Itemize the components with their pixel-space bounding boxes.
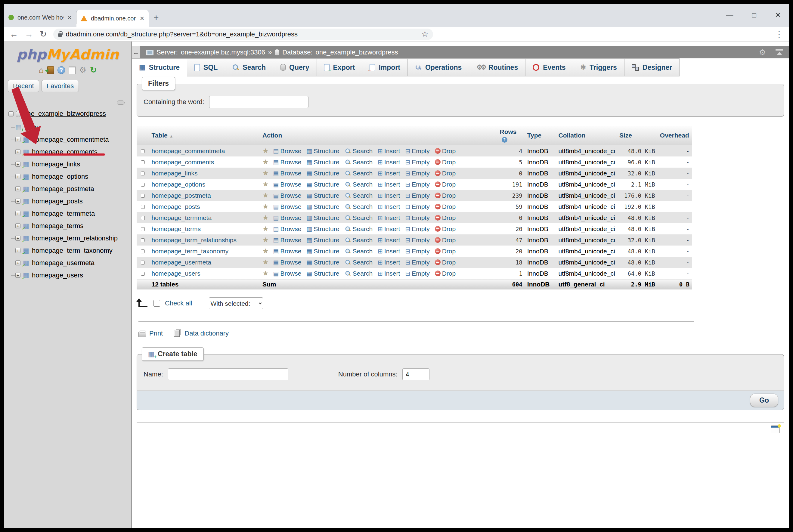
table-name-link[interactable]: homepage_term_relationships xyxy=(152,236,237,243)
sidebar-table-item[interactable]: + ▦✓ homepage_comments xyxy=(11,146,131,158)
sidebar-table-link[interactable]: homepage_termmeta xyxy=(32,210,95,217)
tab-structure[interactable]: ▦ Structure xyxy=(132,58,187,76)
tab-close-icon[interactable]: ✕ xyxy=(67,14,72,21)
insert-link[interactable]: ⊞Insert xyxy=(378,225,400,233)
maximize-icon[interactable]: □ xyxy=(752,11,756,19)
check-all-checkbox[interactable] xyxy=(153,300,160,307)
favorite-star-icon[interactable]: ★ xyxy=(262,180,269,188)
sidebar-table-item[interactable]: + ▦✓ homepage_usermeta xyxy=(11,257,131,269)
empty-link[interactable]: ⊟Empty xyxy=(405,259,430,266)
size[interactable]: 32.0 KiB xyxy=(617,234,658,246)
insert-link[interactable]: ⊞Insert xyxy=(378,181,400,188)
favorite-star-icon[interactable]: ★ xyxy=(262,258,269,266)
drop-link[interactable]: Drop xyxy=(435,248,456,255)
insert-link[interactable]: ⊞Insert xyxy=(378,192,400,199)
table-name-link[interactable]: homepage_postmeta xyxy=(152,192,211,199)
size[interactable]: 192.0 KiB xyxy=(617,201,658,212)
empty-link[interactable]: ⊟Empty xyxy=(405,158,430,166)
favorite-star-icon[interactable]: ★ xyxy=(262,203,269,211)
row-checkbox[interactable] xyxy=(141,160,145,164)
table-name-link[interactable]: homepage_comments xyxy=(152,158,214,166)
browse-link[interactable]: ▤Browse xyxy=(273,181,302,188)
tab-search[interactable]: Search xyxy=(225,58,273,76)
search-link[interactable]: Search xyxy=(345,170,373,177)
minimize-icon[interactable]: — xyxy=(726,11,733,19)
sidebar-table-link[interactable]: homepage_terms xyxy=(32,222,83,230)
drop-link[interactable]: Drop xyxy=(435,270,456,277)
size[interactable]: 48.0 KiB xyxy=(617,257,658,268)
insert-link[interactable]: ⊞Insert xyxy=(378,259,400,266)
empty-link[interactable]: ⊟Empty xyxy=(405,214,430,222)
browse-link[interactable]: ▤Browse xyxy=(273,259,302,266)
table-name-input[interactable] xyxy=(168,368,288,380)
size[interactable]: 96.0 KiB xyxy=(617,156,658,168)
favorite-star-icon[interactable]: ★ xyxy=(262,147,269,155)
structure-link[interactable]: ▦Structure xyxy=(306,192,339,199)
structure-link[interactable]: ▦Structure xyxy=(306,236,339,244)
browser-tab-phpmyadmin[interactable]: dbadmin.one.com / one-example ✕ xyxy=(76,10,149,27)
sidebar-table-link[interactable]: homepage_posts xyxy=(32,197,83,205)
browse-link[interactable]: ▤Browse xyxy=(273,270,302,277)
favorites-button[interactable]: Favorites xyxy=(41,80,79,92)
empty-link[interactable]: ⊟Empty xyxy=(405,181,430,188)
sidebar-table-item[interactable]: + ▦✓ homepage_termmeta xyxy=(11,207,131,220)
structure-link[interactable]: ▦Structure xyxy=(306,170,339,177)
empty-link[interactable]: ⊟Empty xyxy=(405,270,430,277)
new-table-item[interactable]: ▦+ New xyxy=(11,121,131,133)
sidebar-table-link[interactable]: homepage_commentmeta xyxy=(32,136,109,144)
expand-icon[interactable]: + xyxy=(15,211,20,216)
bookmark-star-icon[interactable]: ☆ xyxy=(421,30,428,39)
empty-link[interactable]: ⊟Empty xyxy=(405,225,430,233)
drop-link[interactable]: Drop xyxy=(435,148,456,155)
structure-link[interactable]: ▦Structure xyxy=(306,148,339,155)
header-type[interactable]: Type xyxy=(525,126,556,145)
table-name-link[interactable]: homepage_posts xyxy=(152,203,200,210)
row-checkbox[interactable] xyxy=(141,183,145,187)
containing-word-input[interactable] xyxy=(209,96,308,108)
favorite-star-icon[interactable]: ★ xyxy=(262,158,269,166)
url-text[interactable]: dbadmin.one.com/db_structure.php?server=… xyxy=(65,31,418,38)
favorite-star-icon[interactable]: ★ xyxy=(262,191,269,200)
database-tree-item[interactable]: − one_example_bizwordpress xyxy=(8,109,131,118)
sidebar-table-link[interactable]: homepage_term_taxonomy xyxy=(32,247,113,254)
search-link[interactable]: Search xyxy=(345,148,373,155)
insert-link[interactable]: ⊞Insert xyxy=(378,148,400,155)
favorite-star-icon[interactable]: ★ xyxy=(262,214,269,222)
new-table-link[interactable]: New xyxy=(24,124,38,131)
sidebar-table-item[interactable]: + ▦✓ homepage_options xyxy=(11,170,131,183)
structure-link[interactable]: ▦Structure xyxy=(306,225,339,233)
size[interactable]: 2.1 MiB xyxy=(617,179,658,190)
drop-link[interactable]: Drop xyxy=(435,192,456,199)
row-checkbox[interactable] xyxy=(141,172,145,175)
expand-icon[interactable]: + xyxy=(15,248,20,253)
expand-icon[interactable]: + xyxy=(15,260,20,265)
table-name-link[interactable]: homepage_usermeta xyxy=(152,259,211,266)
browse-link[interactable]: ▤Browse xyxy=(273,214,302,222)
drop-link[interactable]: Drop xyxy=(435,170,456,177)
tab-triggers[interactable]: ✱ Triggers xyxy=(573,58,624,76)
row-checkbox[interactable] xyxy=(141,261,145,265)
tab-routines[interactable]: ⚙⚙ Routines xyxy=(469,58,526,76)
with-selected-select[interactable]: With selected: xyxy=(209,297,263,309)
search-link[interactable]: Search xyxy=(345,248,373,255)
expand-icon[interactable]: + xyxy=(15,198,20,204)
favorite-star-icon[interactable]: ★ xyxy=(262,225,269,233)
drop-link[interactable]: Drop xyxy=(435,203,456,210)
settings-gear-icon[interactable]: ⚙ xyxy=(79,66,87,74)
table-name-link[interactable]: homepage_terms xyxy=(152,225,201,232)
browse-link[interactable]: ▤Browse xyxy=(273,158,302,166)
expand-icon[interactable]: + xyxy=(15,186,20,191)
size[interactable]: 48.0 KiB xyxy=(617,145,658,157)
search-link[interactable]: Search xyxy=(345,225,373,233)
size[interactable]: 48.0 KiB xyxy=(617,246,658,257)
expand-icon[interactable]: + xyxy=(15,174,20,179)
sidebar-table-item[interactable]: + ▦✓ homepage_commentmeta xyxy=(11,133,131,146)
drop-link[interactable]: Drop xyxy=(435,225,456,233)
collapse-icon[interactable]: − xyxy=(8,111,14,116)
structure-link[interactable]: ▦Structure xyxy=(306,214,339,222)
phpmyadmin-logo[interactable]: phpMyAdmin xyxy=(4,46,131,62)
table-name-link[interactable]: homepage_options xyxy=(152,181,206,188)
empty-link[interactable]: ⊟Empty xyxy=(405,170,430,177)
tab-sql[interactable]: SQL xyxy=(187,58,225,76)
structure-link[interactable]: ▦Structure xyxy=(306,181,339,188)
